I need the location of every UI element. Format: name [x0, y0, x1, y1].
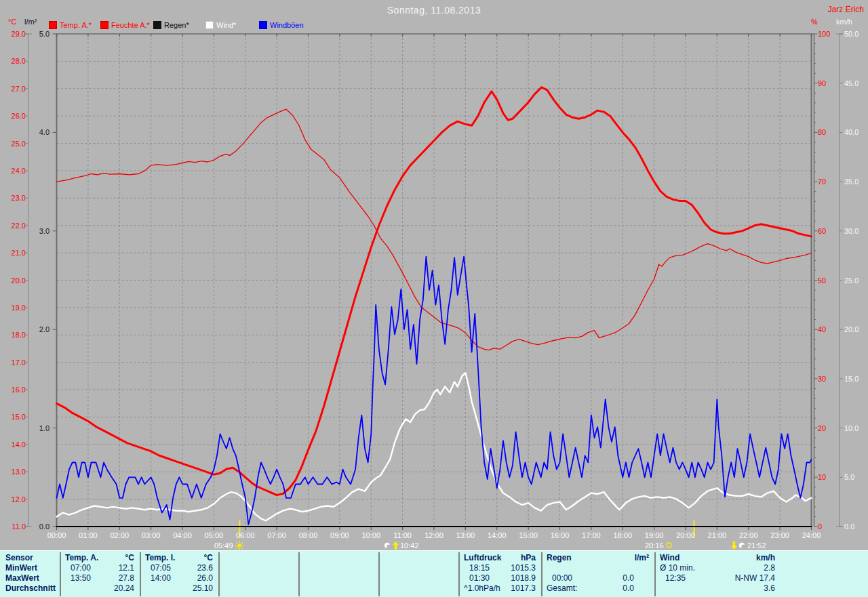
y-label-temp-16.0: 16.0 [12, 386, 26, 394]
sunset-marker: 20:16 [645, 541, 673, 550]
x-label-17:00: 17:00 [582, 531, 601, 539]
y-label-temp-25.0: 25.0 [12, 140, 26, 148]
x-label-11:00: 11:00 [393, 531, 412, 539]
cell-temp-a-value: 12.1 [60, 563, 134, 573]
y-label-wind-25.0: 25.0 [844, 276, 859, 285]
y-label-wind-20.0: 20.0 [844, 325, 859, 333]
row-label-durchschnitt: Durchschnitt [5, 583, 56, 593]
y-label-rain-4.0: 4.0 [39, 128, 50, 136]
y-label-wind-45.0: 45.0 [844, 79, 859, 87]
cell-luftdruck-value: 1018.9 [458, 573, 536, 583]
y-label-temp-19.0: 19.0 [12, 304, 26, 312]
x-label-09:00: 09:00 [330, 531, 349, 539]
y-label-temp-24.0: 24.0 [12, 167, 26, 175]
y-label-temp-12.0: 12.0 [12, 495, 26, 503]
y-label-rain-5.0: 5.0 [39, 30, 50, 38]
arrow-up-icon [393, 541, 399, 550]
series-windb-en [57, 257, 812, 524]
y-label-temp-21.0: 21.0 [12, 249, 26, 257]
y-label-rain-2.0: 2.0 [39, 325, 50, 333]
y-label-humidity-20: 20 [818, 424, 826, 432]
y-label-temp-11.0: 11.0 [12, 522, 26, 531]
y-label-temp-20.0: 20.0 [12, 276, 26, 285]
y-label-rain-0.0: 0.0 [39, 522, 50, 531]
sun-outline-icon [665, 541, 673, 549]
cell-luftdruck-value: 1017.3 [458, 583, 536, 593]
sunrise-time: 05:49 [214, 541, 233, 550]
y-label-temp-13.0: 13.0 [12, 468, 26, 476]
table-divider [218, 552, 220, 596]
row-label-sensor: Sensor [5, 553, 33, 562]
cell-regen-value: 0.0 [541, 573, 634, 583]
y-label-rain-3.0: 3.0 [39, 227, 50, 235]
y-label-temp-15.0: 15.0 [12, 413, 26, 421]
col-unit-regen: l/m² [541, 553, 649, 562]
x-label-15:00: 15:00 [519, 531, 538, 539]
row-label-maxwert: MaxWert [5, 573, 39, 583]
weather-app-window: Sonntag, 11.08.2013 Jarz Erich °C l/m² %… [0, 0, 868, 597]
moon-icon [738, 541, 746, 550]
y-label-temp-26.0: 26.0 [12, 112, 26, 120]
y-label-temp-17.0: 17.0 [12, 358, 26, 367]
y-label-humidity: 1009080706050403020100 [814, 30, 831, 531]
y-label-humidity-90: 90 [818, 79, 826, 87]
x-axis-labels: 00:0001:0002:0003:0004:0005:0006:0007:00… [47, 531, 821, 539]
y-label-humidity-100: 100 [818, 30, 830, 38]
y-label-wind-15.0: 15.0 [844, 375, 859, 383]
sunrise-marker: 05:49 [214, 541, 244, 550]
x-label-07:00: 07:00 [267, 531, 286, 539]
cell-regen-value: 0.0 [541, 583, 634, 593]
x-label-16:00: 16:00 [551, 531, 570, 539]
x-label-22:00: 22:00 [739, 531, 758, 539]
y-label-humidity-60: 60 [818, 227, 826, 235]
y-label-humidity-50: 50 [818, 276, 826, 285]
x-label-08:00: 08:00 [299, 531, 318, 539]
table-divider [298, 552, 300, 596]
x-label-24:00: 24:00 [802, 531, 821, 539]
cell-wind-value: 3.6 [654, 583, 775, 593]
col-unit-temp-a: °C [60, 553, 134, 562]
y-label-humidity-10: 10 [818, 473, 826, 481]
x-label-10:00: 10:00 [361, 531, 380, 539]
y-label-wind-0.0: 0.0 [844, 522, 854, 531]
y-label-wind-10.0: 10.0 [844, 424, 859, 432]
y-label-wind-50.0: 50.0 [844, 30, 859, 38]
y-label-wind-40.0: 40.0 [844, 128, 859, 136]
y-label-temp-27.0: 27.0 [12, 85, 26, 93]
cell-luftdruck-value: 1015.3 [458, 563, 536, 573]
y-label-humidity-0: 0 [818, 522, 822, 531]
cell-temp-a-value: 20.24 [60, 583, 134, 593]
moonrise-time: 10:42 [400, 541, 419, 550]
y-label-temp-18.0: 18.0 [12, 331, 26, 339]
y-label-temp-28.0: 28.0 [12, 57, 26, 65]
y-label-humidity-30: 30 [818, 375, 826, 383]
cell-wind-value: 2.8 [654, 563, 775, 573]
sunset-time: 20:16 [645, 541, 664, 550]
y-label-humidity-70: 70 [818, 178, 826, 186]
gridlines [57, 34, 812, 527]
sensor-summary-table: SensorMinWertMaxWertDurchschnittTemp. A.… [0, 550, 868, 597]
y-label-humidity-40: 40 [818, 325, 826, 333]
moonset-time: 21:52 [747, 541, 766, 550]
moonrise-marker: 10:42 [384, 541, 419, 550]
moonset-marker: 21:52 [731, 541, 766, 550]
y-label-wind-35.0: 35.0 [844, 178, 859, 186]
cell-temp-i-value: 25.10 [140, 583, 213, 593]
sun-icon [235, 541, 244, 550]
y-label-rain: 5.04.03.02.01.00.0 [39, 30, 57, 531]
table-divider [378, 552, 380, 596]
x-label-20:00: 20:00 [676, 531, 695, 539]
cell-temp-i-value: 23.6 [140, 563, 213, 573]
col-unit-luftdruck: hPa [458, 553, 536, 562]
x-label-23:00: 23:00 [770, 531, 789, 539]
cell-wind-value: N-NW 17.4 [654, 573, 775, 583]
x-label-00:00: 00:00 [47, 531, 66, 539]
y-label-rain-1.0: 1.0 [39, 424, 50, 432]
y-label-temp-14.0: 14.0 [12, 440, 26, 449]
arrow-down-icon [731, 541, 737, 550]
y-label-temp-29.0: 29.0 [12, 30, 26, 38]
x-label-02:00: 02:00 [110, 531, 129, 539]
weather-chart: 00:0001:0002:0003:0004:0005:0006:0007:00… [0, 0, 868, 550]
y-label-humidity-80: 80 [818, 128, 826, 136]
x-label-04:00: 04:00 [173, 531, 192, 539]
